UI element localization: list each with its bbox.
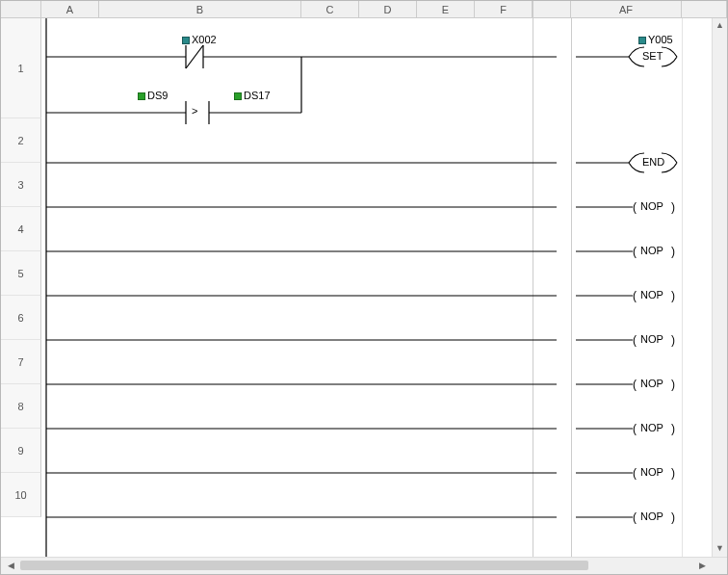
svg-text:(: (: [633, 378, 637, 391]
svg-text:): ): [671, 378, 675, 391]
col-header-C[interactable]: C: [301, 1, 359, 18]
row-header-6[interactable]: 6: [1, 296, 41, 340]
row-header-3[interactable]: 3: [1, 163, 41, 207]
scroll-left-icon[interactable]: ◀: [3, 559, 18, 574]
col-header-D[interactable]: D: [359, 1, 417, 18]
vertical-scrollbar[interactable]: ▲ ▼: [712, 18, 727, 557]
column-headers-row: A B C D E F AF: [1, 1, 727, 18]
row-header-2[interactable]: 2: [1, 118, 41, 163]
svg-text:(: (: [633, 245, 637, 258]
contact-x002-label: X002: [182, 34, 217, 45]
svg-text:): ): [671, 200, 675, 214]
coil-nop-text: NOP: [640, 245, 663, 256]
compare-left-label: DS9: [138, 90, 168, 101]
svg-line-4: [186, 45, 203, 68]
row-header-10[interactable]: 10: [1, 473, 41, 517]
coil-nop-text: NOP: [640, 289, 663, 301]
ladder-grid: A B C D E F AF 1 2 3 4 5 6 7 8 9 10: [1, 1, 727, 557]
coil-nop-text: NOP: [640, 200, 663, 212]
scroll-corner: [712, 558, 727, 575]
word-icon: [138, 92, 145, 100]
coil-set-text: SET: [642, 50, 663, 62]
row-header-7[interactable]: 7: [1, 340, 41, 384]
row-header-4[interactable]: 4: [1, 207, 41, 251]
svg-text:(: (: [633, 422, 637, 435]
col-gap: [533, 1, 571, 18]
compare-right-label: DS17: [234, 90, 271, 101]
word-icon: [234, 92, 242, 100]
coil-nop-text: NOP: [640, 466, 663, 478]
svg-text:): ): [671, 422, 675, 435]
col-header-F[interactable]: F: [475, 1, 533, 18]
coil-nop-text: NOP: [640, 422, 663, 433]
col-header-E[interactable]: E: [417, 1, 475, 18]
scroll-down-icon[interactable]: ▼: [713, 541, 727, 557]
svg-text:): ): [671, 289, 675, 302]
row-header-1[interactable]: 1: [1, 18, 41, 118]
hscroll-thumb[interactable]: [20, 561, 588, 570]
coil-nop-text: NOP: [640, 378, 663, 389]
col-header-AF[interactable]: AF: [571, 1, 682, 18]
row-header-9[interactable]: 9: [1, 429, 41, 473]
row-headers: 1 2 3 4 5 6 7 8 9 10: [1, 18, 41, 557]
row-header-5[interactable]: 5: [1, 251, 41, 296]
ladder-canvas[interactable]: ()()()()()()()() X002 DS9 > DS17 Y005 SE…: [41, 18, 712, 557]
coil-end-text: END: [642, 156, 664, 168]
svg-text:): ): [671, 466, 675, 480]
horizontal-scrollbar[interactable]: ◀ ▶: [1, 557, 727, 574]
bit-icon: [182, 37, 190, 44]
coil-nop-text: NOP: [640, 510, 663, 522]
col-header-after: [682, 1, 727, 18]
svg-text:(: (: [633, 200, 637, 214]
svg-text:): ): [671, 333, 675, 347]
corner-cell: [1, 1, 41, 18]
coil-nop-text: NOP: [640, 333, 663, 345]
svg-text:(: (: [633, 333, 637, 347]
svg-text:): ): [671, 510, 675, 524]
col-header-A[interactable]: A: [41, 1, 99, 18]
svg-text:(: (: [633, 510, 637, 524]
scroll-up-icon[interactable]: ▲: [713, 18, 727, 34]
scroll-right-icon[interactable]: ▶: [694, 559, 710, 574]
bit-icon: [638, 37, 646, 44]
svg-text:(: (: [633, 466, 637, 480]
svg-text:): ): [671, 245, 675, 258]
compare-op: >: [192, 105, 197, 117]
col-header-B[interactable]: B: [99, 1, 301, 18]
row-header-8[interactable]: 8: [1, 384, 41, 429]
svg-text:(: (: [633, 289, 637, 302]
coil-y005-label: Y005: [638, 34, 673, 45]
grid-body: 1 2 3 4 5 6 7 8 9 10: [1, 18, 712, 557]
